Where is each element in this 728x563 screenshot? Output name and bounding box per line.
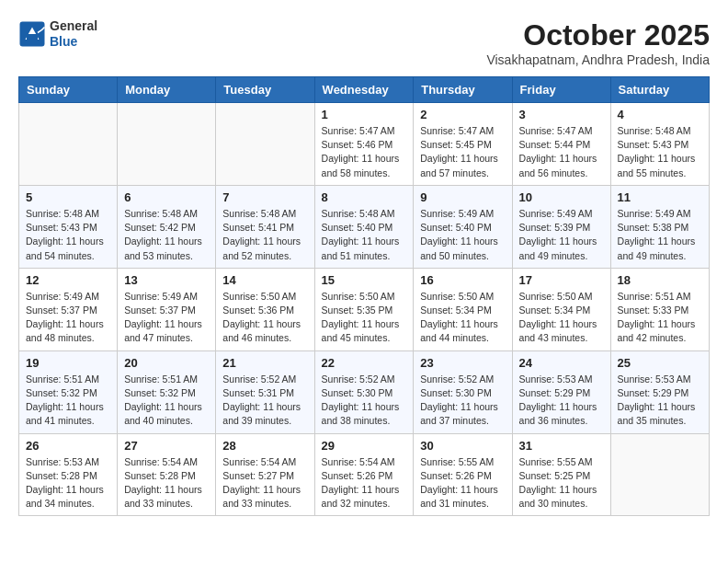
calendar-cell [118,103,216,186]
day-number: 8 [322,190,407,204]
calendar-cell: 26Sunrise: 5:53 AM Sunset: 5:28 PM Dayli… [19,433,118,516]
calendar-cell: 10Sunrise: 5:49 AM Sunset: 5:39 PM Dayli… [512,185,610,268]
day-number: 21 [222,356,307,370]
day-info: Sunrise: 5:54 AM Sunset: 5:27 PM Dayligh… [222,455,307,511]
day-number: 7 [222,190,307,204]
calendar-cell: 12Sunrise: 5:49 AM Sunset: 5:37 PM Dayli… [19,268,118,350]
day-info: Sunrise: 5:49 AM Sunset: 5:37 PM Dayligh… [26,290,110,346]
day-number: 18 [618,273,702,287]
calendar-cell: 8Sunrise: 5:48 AM Sunset: 5:40 PM Daylig… [314,185,414,268]
calendar-cell: 28Sunrise: 5:54 AM Sunset: 5:27 PM Dayli… [216,433,314,516]
calendar-cell: 19Sunrise: 5:51 AM Sunset: 5:32 PM Dayli… [19,350,118,433]
day-number: 3 [519,108,604,121]
day-number: 22 [322,356,407,370]
svg-rect-2 [27,34,38,40]
weekday-header-tuesday: Tuesday [216,77,314,103]
day-number: 23 [420,356,505,370]
calendar-cell: 18Sunrise: 5:51 AM Sunset: 5:33 PM Dayli… [610,268,709,350]
calendar-week-1: 1Sunrise: 5:47 AM Sunset: 5:46 PM Daylig… [19,103,710,186]
day-number: 31 [519,439,604,453]
location: Visakhapatnam, Andhra Pradesh, India [486,52,710,67]
day-number: 11 [618,190,702,204]
calendar-cell: 27Sunrise: 5:54 AM Sunset: 5:28 PM Dayli… [118,433,216,516]
day-info: Sunrise: 5:50 AM Sunset: 5:34 PM Dayligh… [420,290,505,346]
calendar-table: SundayMondayTuesdayWednesdayThursdayFrid… [18,76,710,516]
day-number: 24 [519,356,604,370]
day-info: Sunrise: 5:49 AM Sunset: 5:38 PM Dayligh… [618,207,702,263]
weekday-header-wednesday: Wednesday [314,77,414,103]
weekday-header-monday: Monday [118,77,216,103]
day-number: 12 [26,273,110,287]
day-info: Sunrise: 5:54 AM Sunset: 5:28 PM Dayligh… [124,455,209,511]
day-info: Sunrise: 5:48 AM Sunset: 5:40 PM Dayligh… [322,207,407,263]
logo: General Blue [18,18,97,50]
day-info: Sunrise: 5:48 AM Sunset: 5:43 PM Dayligh… [618,124,702,180]
day-info: Sunrise: 5:47 AM Sunset: 5:44 PM Dayligh… [519,124,604,180]
day-info: Sunrise: 5:47 AM Sunset: 5:46 PM Dayligh… [322,124,407,180]
calendar-cell: 5Sunrise: 5:48 AM Sunset: 5:43 PM Daylig… [19,185,118,268]
day-info: Sunrise: 5:54 AM Sunset: 5:26 PM Dayligh… [322,455,407,511]
weekday-header-friday: Friday [512,77,610,103]
day-info: Sunrise: 5:51 AM Sunset: 5:32 PM Dayligh… [26,373,110,429]
calendar-week-4: 19Sunrise: 5:51 AM Sunset: 5:32 PM Dayli… [19,350,710,433]
title-block: October 2025 Visakhapatnam, Andhra Prade… [486,18,710,67]
day-info: Sunrise: 5:51 AM Sunset: 5:33 PM Dayligh… [618,290,702,346]
day-number: 14 [222,273,307,287]
day-info: Sunrise: 5:51 AM Sunset: 5:32 PM Dayligh… [124,373,209,429]
day-number: 5 [26,190,110,204]
day-info: Sunrise: 5:55 AM Sunset: 5:26 PM Dayligh… [420,455,505,511]
weekday-header-row: SundayMondayTuesdayWednesdayThursdayFrid… [19,77,710,103]
day-info: Sunrise: 5:55 AM Sunset: 5:25 PM Dayligh… [519,455,604,511]
calendar-week-3: 12Sunrise: 5:49 AM Sunset: 5:37 PM Dayli… [19,268,710,350]
day-info: Sunrise: 5:47 AM Sunset: 5:45 PM Dayligh… [420,124,505,180]
calendar-cell: 7Sunrise: 5:48 AM Sunset: 5:41 PM Daylig… [216,185,314,268]
day-number: 27 [124,439,209,453]
day-info: Sunrise: 5:50 AM Sunset: 5:35 PM Dayligh… [322,290,407,346]
day-info: Sunrise: 5:50 AM Sunset: 5:34 PM Dayligh… [519,290,604,346]
day-number: 19 [26,356,110,370]
calendar-cell: 31Sunrise: 5:55 AM Sunset: 5:25 PM Dayli… [512,433,610,516]
day-number: 15 [322,273,407,287]
day-number: 6 [124,190,209,204]
day-info: Sunrise: 5:52 AM Sunset: 5:30 PM Dayligh… [420,373,505,429]
day-info: Sunrise: 5:49 AM Sunset: 5:40 PM Dayligh… [420,207,505,263]
calendar-cell: 21Sunrise: 5:52 AM Sunset: 5:31 PM Dayli… [216,350,314,433]
day-info: Sunrise: 5:52 AM Sunset: 5:30 PM Dayligh… [322,373,407,429]
day-number: 16 [420,273,505,287]
logo-text: General Blue [50,18,97,50]
weekday-header-thursday: Thursday [414,77,512,103]
day-number: 25 [618,356,702,370]
day-info: Sunrise: 5:48 AM Sunset: 5:42 PM Dayligh… [124,207,209,263]
calendar-week-5: 26Sunrise: 5:53 AM Sunset: 5:28 PM Dayli… [19,433,710,516]
calendar-cell: 15Sunrise: 5:50 AM Sunset: 5:35 PM Dayli… [314,268,414,350]
calendar-week-2: 5Sunrise: 5:48 AM Sunset: 5:43 PM Daylig… [19,185,710,268]
calendar-cell: 6Sunrise: 5:48 AM Sunset: 5:42 PM Daylig… [118,185,216,268]
calendar-cell: 1Sunrise: 5:47 AM Sunset: 5:46 PM Daylig… [314,103,414,186]
calendar-cell: 20Sunrise: 5:51 AM Sunset: 5:32 PM Dayli… [118,350,216,433]
calendar-cell: 23Sunrise: 5:52 AM Sunset: 5:30 PM Dayli… [414,350,512,433]
calendar-cell [216,103,314,186]
calendar-cell: 2Sunrise: 5:47 AM Sunset: 5:45 PM Daylig… [414,103,512,186]
calendar-cell [610,433,709,516]
calendar-cell: 3Sunrise: 5:47 AM Sunset: 5:44 PM Daylig… [512,103,610,186]
calendar-cell: 11Sunrise: 5:49 AM Sunset: 5:38 PM Dayli… [610,185,709,268]
day-info: Sunrise: 5:49 AM Sunset: 5:39 PM Dayligh… [519,207,604,263]
logo-general: General [50,18,97,34]
day-number: 26 [26,439,110,453]
page-header: General Blue October 2025 Visakhapatnam,… [18,18,710,67]
day-number: 10 [519,190,604,204]
calendar-cell: 9Sunrise: 5:49 AM Sunset: 5:40 PM Daylig… [414,185,512,268]
day-number: 13 [124,273,209,287]
calendar-cell: 13Sunrise: 5:49 AM Sunset: 5:37 PM Dayli… [118,268,216,350]
calendar-cell: 22Sunrise: 5:52 AM Sunset: 5:30 PM Dayli… [314,350,414,433]
day-number: 20 [124,356,209,370]
day-number: 17 [519,273,604,287]
day-number: 2 [420,108,505,121]
day-info: Sunrise: 5:48 AM Sunset: 5:41 PM Dayligh… [222,207,307,263]
month-title: October 2025 [486,18,710,52]
day-number: 30 [420,439,505,453]
day-number: 4 [618,108,702,121]
calendar-cell: 17Sunrise: 5:50 AM Sunset: 5:34 PM Dayli… [512,268,610,350]
weekday-header-sunday: Sunday [19,77,118,103]
day-info: Sunrise: 5:50 AM Sunset: 5:36 PM Dayligh… [222,290,307,346]
